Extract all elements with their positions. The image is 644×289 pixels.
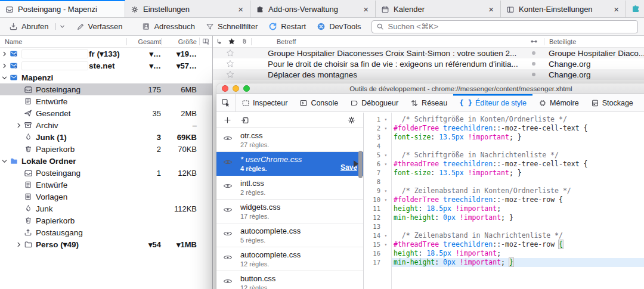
column-picker-button[interactable] — [199, 38, 212, 45]
code-line[interactable]: 5▾ /* Schriftgröße in Nachrichtenliste *… — [364, 151, 644, 160]
fold-arrow-icon[interactable]: ▾ — [380, 187, 391, 195]
folder-row[interactable]: Papierkorb — [0, 215, 212, 226]
stylesheet-item[interactable]: autocomplete.css5 règles. — [216, 223, 363, 247]
chevron-down-icon[interactable] — [0, 158, 8, 164]
folder-row[interactable]: Perso (▾49)▾54▾1MB — [0, 238, 212, 250]
stylesheet-item[interactable]: otr.css27 règles. — [216, 128, 363, 152]
code-line[interactable]: 11height: 18.5px !important; — [364, 204, 644, 213]
fold-arrow-icon[interactable]: ▾ — [380, 160, 391, 169]
options-gear-button[interactable] — [347, 116, 356, 125]
eye-icon[interactable] — [223, 254, 233, 261]
folder-row[interactable]: Entwürfe — [0, 179, 212, 191]
message-row[interactable]: Groupe Hospitalier Diaconesses Croix Sai… — [213, 48, 644, 58]
devtools-tab--diteur-de-style[interactable]: { }Éditeur de style — [453, 94, 532, 111]
code-line[interactable]: 12min-height: 0px !important; } — [364, 213, 644, 222]
folder-row[interactable]: Postausgang — [0, 226, 212, 238]
css-source-editor[interactable]: 1▾ /* Schriftgröße in Konten/Ordnerliste… — [364, 113, 644, 289]
column-header-beteiligte[interactable]: Beteiligte — [544, 38, 644, 45]
close-icon[interactable]: × — [362, 5, 370, 14]
fold-arrow-icon[interactable]: ▾ — [380, 115, 391, 124]
devtools-tab-r-seau[interactable]: Réseau — [404, 94, 453, 111]
message-row[interactable]: Pour le droit de choisir sa fin de vie :… — [213, 58, 644, 69]
folder-row[interactable]: Archiv– — [0, 119, 212, 131]
fold-arrow-icon[interactable]: ▾ — [380, 231, 391, 240]
folder-row[interactable]: Entwürfe — [0, 95, 212, 107]
stylesheet-item[interactable]: button.css12 règles. — [216, 271, 363, 289]
fold-arrow-icon[interactable]: ▾ — [380, 195, 391, 204]
code-line[interactable]: 16height: 18.5px !important; — [364, 249, 644, 258]
folder-row[interactable]: Posteingang112KB — [0, 167, 212, 179]
search-input[interactable] — [387, 21, 633, 32]
scrollbar-thumb[interactable] — [358, 151, 363, 178]
code-line[interactable]: 7font-size: 13.5px !important; } — [364, 169, 644, 178]
eye-icon[interactable] — [223, 135, 233, 142]
eye-icon[interactable] — [223, 182, 233, 189]
chevron-right-icon[interactable] — [14, 241, 23, 248]
folder-row[interactable]: ste.net▾…▾57… — [0, 60, 212, 72]
star-column-button[interactable] — [225, 38, 238, 45]
eye-icon[interactable] — [223, 230, 233, 237]
star-toggle[interactable] — [213, 49, 237, 57]
extension-button[interactable] — [626, 0, 640, 17]
star-toggle[interactable] — [213, 70, 237, 79]
code-line[interactable]: 15▾#threadTree treechildren::-moz-tree-r… — [364, 240, 644, 249]
chevron-down-icon[interactable] — [0, 74, 8, 81]
stylesheet-item[interactable]: * userChrome.css4 règles.Save — [216, 152, 363, 176]
code-line[interactable]: 2▾#folderTree treechildren::-moz-tree-ce… — [364, 124, 644, 133]
tab-kalender[interactable]: Kalender × — [376, 0, 501, 17]
code-line[interactable]: 17min-height: 0px !important; } — [364, 258, 644, 267]
stylesheet-item[interactable]: autocomplete.css12 règles. — [216, 247, 363, 271]
import-sheet-button[interactable] — [241, 116, 249, 125]
column-header-gesamt[interactable]: Gesamt — [126, 38, 161, 45]
chevron-right-icon[interactable] — [14, 122, 23, 129]
eye-icon[interactable] — [223, 206, 233, 213]
quickfilter-button[interactable]: Schnellfilter — [200, 20, 263, 34]
tab-addons[interactable]: Add-ons-Verwaltung × — [250, 0, 376, 17]
tab-einstellungen[interactable]: Einstellungen × — [125, 0, 250, 17]
folder-row[interactable]: fr (▾133)▾…▾19… — [0, 48, 212, 60]
folder-row[interactable]: Papierkorb270KB — [0, 143, 212, 155]
code-line[interactable]: 1▾ /* Schriftgröße in Konten/Ordnerliste… — [364, 115, 644, 124]
devtools-tab-stockage[interactable]: Stockage — [585, 94, 639, 111]
chevron-right-icon[interactable] — [0, 63, 8, 69]
devtools-tab-inspecteur[interactable]: Inspecteur — [236, 94, 293, 111]
code-line[interactable]: 13 — [364, 222, 644, 231]
column-header-name[interactable]: Name — [0, 38, 126, 45]
search-field[interactable] — [371, 20, 638, 33]
folder-row[interactable]: Lokale Ordner — [0, 155, 212, 167]
devtools-titlebar[interactable]: Outils de développement - chrome://messe… — [216, 83, 644, 94]
code-line[interactable]: 14▾ /* Zeilenabstand in Nachrichtenliste… — [364, 231, 644, 240]
code-line[interactable]: 10▾#folderTree treechildren::-moz-tree-r… — [364, 195, 644, 204]
star-toggle[interactable] — [213, 60, 237, 68]
stylesheet-item[interactable]: intl.css2 règles. — [216, 176, 363, 200]
addressbook-button[interactable]: Adressbuch — [136, 20, 200, 34]
tab-konten-einstellungen[interactable]: Konten-Einstellungen × — [501, 0, 626, 17]
thread-column-button[interactable] — [214, 38, 225, 45]
close-icon[interactable]: × — [237, 5, 244, 14]
read-column-button[interactable] — [524, 38, 544, 45]
close-icon[interactable]: × — [487, 5, 495, 14]
fold-arrow-icon[interactable]: ▾ — [380, 151, 391, 160]
code-line[interactable]: 8 — [364, 178, 644, 187]
stylesheet-item[interactable]: widgets.css17 règles. — [216, 200, 363, 223]
code-line[interactable]: 4 — [364, 142, 644, 151]
tab-posteingang[interactable]: Posteingang - Mapenzi — [0, 0, 125, 17]
folder-row[interactable]: Posteingang1756MB — [0, 83, 212, 95]
folder-row[interactable]: Gesendet352MB — [0, 107, 212, 119]
chevron-right-icon[interactable] — [0, 51, 8, 57]
attachment-column-button[interactable] — [238, 38, 251, 45]
folder-row[interactable]: Junk112KB — [0, 203, 212, 215]
code-line[interactable]: 9▾ /* Zeilenabstand in Konten/Ordnerlist… — [364, 187, 644, 195]
get-messages-dropdown[interactable] — [55, 23, 66, 30]
eye-icon[interactable] — [223, 278, 233, 285]
folder-row[interactable]: Mapenzi — [0, 72, 212, 83]
devtools-tab-console[interactable]: Console — [293, 94, 344, 111]
column-header-groesse[interactable]: Größe — [161, 38, 199, 45]
devtools-tab-d-bogueur[interactable]: Débogueur — [344, 94, 404, 111]
fold-arrow-icon[interactable]: ▾ — [380, 240, 391, 249]
new-sheet-button[interactable] — [224, 116, 231, 124]
folder-row[interactable]: Junk (1)369KB — [0, 131, 212, 143]
devtools-tab-m-moire[interactable]: Mémoire — [532, 94, 585, 111]
eye-icon[interactable] — [223, 159, 233, 166]
column-header-betreff[interactable]: Betreff — [251, 38, 524, 45]
